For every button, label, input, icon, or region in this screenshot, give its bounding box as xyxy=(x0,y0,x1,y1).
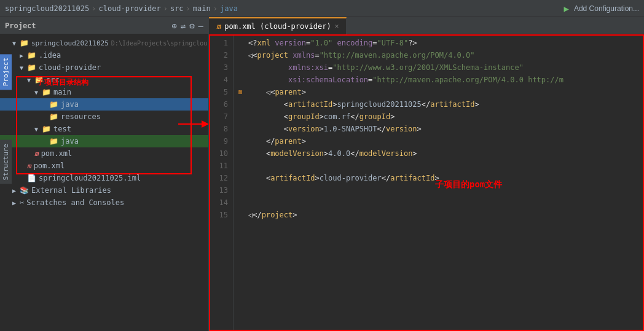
sidebar-icons: ⊕ ⇌ ⚙ — xyxy=(171,21,203,31)
tree-item-iml[interactable]: 📄 springcloud20211025.iml xyxy=(0,172,208,184)
folder-icon: 📁 xyxy=(20,39,29,47)
gutter-9 xyxy=(238,135,248,147)
gutter-11 xyxy=(238,160,248,172)
code-line-15: ◁</project> xyxy=(238,209,639,221)
tree-label: java xyxy=(61,100,79,109)
code-line-11 xyxy=(238,160,639,172)
code-line-13 xyxy=(238,184,639,197)
tree-item-child-pom[interactable]: m pom.xml xyxy=(0,147,208,160)
tree-item-main-java[interactable]: 📁 java xyxy=(0,98,208,111)
tree-item-main[interactable]: ▼ 📁 main xyxy=(0,86,208,98)
scratches-icon: ✂ xyxy=(20,198,24,207)
folder-icon: 📁 xyxy=(49,112,58,121)
top-bar: springcloud20211025 › cloud-provider › s… xyxy=(0,0,644,17)
code-line-9: </parent> xyxy=(238,135,639,147)
gutter-10 xyxy=(238,147,248,160)
arrow-icon: ▼ xyxy=(12,40,20,47)
tree-label: External Libraries xyxy=(31,186,111,195)
folder-icon: 📁 xyxy=(34,76,44,84)
code-line-14: 子项目的pom文件 xyxy=(238,197,639,209)
settings-icon[interactable]: ⚙ xyxy=(189,21,194,31)
editor: m pom.xml (cloud-provider) ✕ 12345 67891… xyxy=(209,17,644,331)
gutter-3 xyxy=(238,61,248,74)
code-line-5: m ◁<parent> xyxy=(238,86,639,98)
gutter-5: m xyxy=(238,86,248,98)
sidebar-title: Project xyxy=(5,21,36,30)
tree-item-test-java[interactable]: 📁 java xyxy=(0,135,208,147)
code-line-6: <artifactId>springcloud20211025</artifac… xyxy=(238,98,639,111)
gutter-12 xyxy=(238,172,248,184)
add-icon[interactable]: ⊕ xyxy=(171,21,176,31)
breadcrumb-project[interactable]: springcloud20211025 xyxy=(5,4,89,13)
structure-tab[interactable]: Structure xyxy=(0,140,12,184)
tree-item-resources[interactable]: 📁 resources xyxy=(0,111,208,123)
code-line-2: ◁<project xmlns="http://maven.apache.org… xyxy=(238,49,639,61)
breadcrumb-java[interactable]: java xyxy=(220,4,238,13)
tree-label: test xyxy=(53,125,71,133)
add-configuration-button[interactable]: Add Configuration... xyxy=(574,4,639,13)
tree-label: springcloud20211025.iml xyxy=(39,174,141,182)
folder-icon: 📁 xyxy=(42,125,51,133)
iml-icon: 📄 xyxy=(27,174,36,182)
sidebar-header: Project ⊕ ⇌ ⚙ — xyxy=(0,17,208,34)
pom-icon: m xyxy=(27,162,31,170)
arrow-icon: ▼ xyxy=(34,89,42,96)
tree-item-cloud-provider[interactable]: ▼ 📁 cloud-provider xyxy=(0,61,208,74)
tree-label: main xyxy=(53,88,71,96)
folder-icon: 📁 xyxy=(27,63,36,72)
gutter-8 xyxy=(238,123,248,135)
breadcrumb-src[interactable]: src xyxy=(170,4,184,13)
gutter-6 xyxy=(238,98,248,111)
breadcrumb-module[interactable]: cloud-provider xyxy=(99,4,161,13)
breadcrumb-sep2: › xyxy=(163,4,168,13)
tree-label: pom.xml xyxy=(34,162,65,170)
top-bar-right: ▶ Add Configuration... xyxy=(564,4,639,14)
editor-tab-pom[interactable]: m pom.xml (cloud-provider) ✕ xyxy=(209,17,347,34)
folder-icon: 📁 xyxy=(42,88,51,96)
gutter-4 xyxy=(238,74,248,86)
tree-item-idea[interactable]: ▶ 📁 .idea xyxy=(0,49,208,61)
tree-item-root[interactable]: ▼ 📁 springcloud20211025 D:\IdeaProjects\… xyxy=(0,37,208,49)
code-line-3: xmlns:xsi="http://www.w3.org/2001/XMLSch… xyxy=(238,61,639,74)
arrow-icon: ▶ xyxy=(12,200,20,206)
code-line-10: <modelVersion>4.0.0</modelVersion> xyxy=(238,147,639,160)
main-layout: Project Structure Project ⊕ ⇌ ⚙ — ▼ 📁 sp… xyxy=(0,17,644,331)
project-tab[interactable]: Project xyxy=(0,54,12,90)
tree-item-scratches[interactable]: ▶ ✂ Scratches and Consoles xyxy=(0,197,208,209)
tree-path: D:\IdeaProjects\springclou xyxy=(111,40,208,47)
minimize-icon[interactable]: — xyxy=(198,21,203,31)
sync-icon[interactable]: ⇌ xyxy=(181,21,186,31)
breadcrumb-sep1: › xyxy=(92,4,96,13)
tab-label: pom.xml (cloud-provider) xyxy=(224,22,331,31)
tree-label: springcloud20211025 xyxy=(31,39,109,47)
tree-item-root-pom[interactable]: m pom.xml xyxy=(0,160,208,172)
code-content[interactable]: <?xml version="1.0" encoding="UTF-8"?> ◁… xyxy=(234,34,644,331)
gutter-15 xyxy=(238,209,248,221)
gutter-7 xyxy=(238,111,248,123)
gutter-2 xyxy=(238,49,248,61)
breadcrumb-main[interactable]: main xyxy=(193,4,211,13)
code-line-1: <?xml version="1.0" encoding="UTF-8"?> xyxy=(238,37,639,49)
sidebar: Project Structure Project ⊕ ⇌ ⚙ — ▼ 📁 sp… xyxy=(0,17,209,331)
arrow-icon: ▼ xyxy=(34,126,42,133)
breadcrumb-sep3: › xyxy=(186,4,190,13)
folder-icon: 📁 xyxy=(27,51,36,60)
arrow-icon: ▼ xyxy=(27,77,34,84)
run-icon: ▶ xyxy=(564,4,568,14)
tree-label: resources xyxy=(61,112,101,121)
tree-label: java xyxy=(61,137,79,146)
gutter-13 xyxy=(238,184,248,197)
tree-item-src[interactable]: ▼ 📁 src xyxy=(0,74,208,86)
gutter-14 xyxy=(238,197,248,209)
breadcrumb: springcloud20211025 › cloud-provider › s… xyxy=(5,4,238,13)
tree-area[interactable]: ▼ 📁 springcloud20211025 D:\IdeaProjects\… xyxy=(0,34,208,331)
arrow-icon: ▶ xyxy=(20,52,27,59)
tree-item-test[interactable]: ▼ 📁 test xyxy=(0,123,208,135)
code-line-8: <version>1.0-SNAPSHOT</version> xyxy=(238,123,639,135)
tree-label: .idea xyxy=(39,51,61,60)
tab-m-icon: m xyxy=(216,22,221,31)
code-line-12: <artifactId>cloud-provider</artifactId> xyxy=(238,172,639,184)
tree-item-external-libs[interactable]: ▶ 📚 External Libraries xyxy=(0,184,208,197)
folder-icon: 📁 xyxy=(49,100,58,109)
tab-close-button[interactable]: ✕ xyxy=(335,22,339,30)
